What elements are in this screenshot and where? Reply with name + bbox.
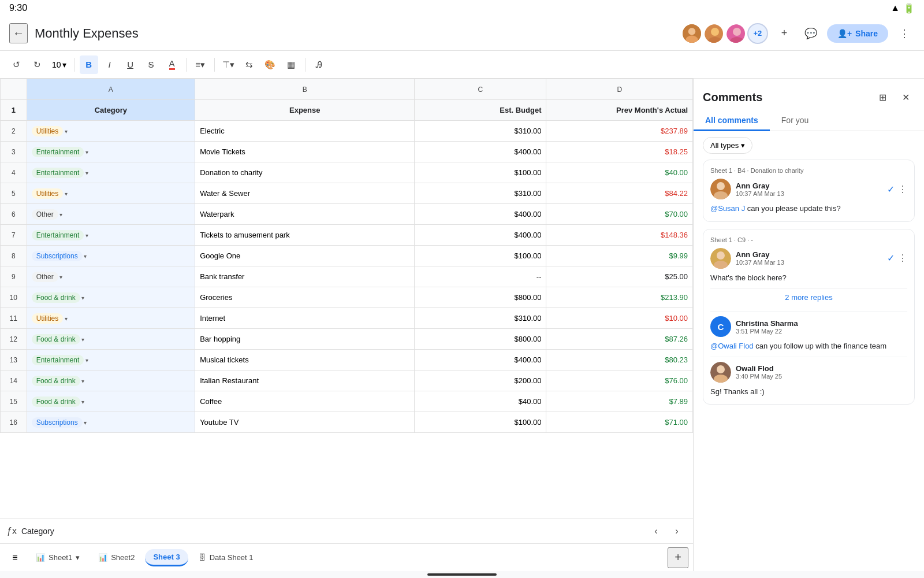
expense-cell[interactable]: Google One [195, 246, 415, 266]
expense-cell[interactable]: Electric [195, 121, 415, 142]
actual-cell[interactable]: $40.00 [546, 162, 693, 183]
comment-icon-button[interactable]: 💬 [800, 23, 821, 44]
add-sheet-button[interactable]: + [668, 547, 688, 568]
avatar-3[interactable] [725, 23, 746, 44]
expense-header[interactable]: Expense [195, 100, 415, 121]
category-cell[interactable]: Subscriptions ▾ [27, 412, 195, 433]
font-size-selector[interactable]: 10 ▾ [49, 58, 70, 72]
category-cell[interactable]: Utilities ▾ [27, 308, 195, 329]
bold-button[interactable]: B [80, 55, 98, 74]
actual-cell[interactable]: $213.90 [546, 287, 693, 308]
text-format-button[interactable]: Ꭿ [310, 55, 329, 74]
more-options-button[interactable]: ⋮ [894, 23, 915, 44]
budget-header[interactable]: Est. Budget [415, 100, 546, 121]
budget-cell[interactable]: $200.00 [415, 370, 546, 391]
formula-input[interactable] [21, 527, 642, 536]
expense-cell[interactable]: Bar hopping [195, 329, 415, 350]
valign-button[interactable]: ⊤▾ [219, 55, 238, 74]
strikethrough-button[interactable]: S [142, 55, 161, 74]
expense-cell[interactable]: Musical tickets [195, 350, 415, 370]
category-cell[interactable]: Entertainment ▾ [27, 225, 195, 246]
category-header[interactable]: Category [27, 100, 195, 121]
sheets-menu-button[interactable]: ≡ [5, 547, 25, 568]
fill-color-button[interactable]: 🎨 [261, 55, 280, 74]
expense-cell[interactable]: Waterpark [195, 204, 415, 225]
filter-button[interactable]: All types ▾ [703, 137, 752, 154]
category-cell[interactable]: Entertainment ▾ [27, 350, 195, 370]
col-a-header[interactable]: A [27, 79, 195, 100]
category-cell[interactable]: Food & drink ▾ [27, 370, 195, 391]
category-cell[interactable]: Utilities ▾ [27, 183, 195, 204]
actual-cell[interactable]: $148.36 [546, 225, 693, 246]
sheet-tab-sheet1[interactable]: 📊 Sheet1 ▾ [28, 550, 88, 565]
col-b-header[interactable]: B [195, 79, 415, 100]
add-comment-button[interactable]: ⊞ [873, 88, 892, 106]
category-cell[interactable]: Entertainment ▾ [27, 162, 195, 183]
budget-cell[interactable]: $400.00 [415, 225, 546, 246]
col-c-header[interactable]: C [415, 79, 546, 100]
budget-cell[interactable]: $310.00 [415, 308, 546, 329]
comment-mention[interactable]: @Susan J [710, 204, 745, 213]
expense-cell[interactable]: Water & Sewer [195, 183, 415, 204]
avatar-2[interactable] [703, 23, 724, 44]
redo-button[interactable]: ↻ [28, 55, 46, 74]
resolve-check-icon[interactable]: ✓ [887, 184, 895, 195]
actual-cell[interactable]: $7.89 [546, 391, 693, 412]
category-cell[interactable]: Food & drink ▾ [27, 287, 195, 308]
actual-cell[interactable]: $84.22 [546, 183, 693, 204]
category-cell[interactable]: Utilities ▾ [27, 121, 195, 142]
avatar-1[interactable] [681, 23, 702, 44]
formula-prev-button[interactable]: ‹ [647, 522, 665, 540]
expense-cell[interactable]: Italian Restaurant [195, 370, 415, 391]
sheet-tab-datasheet1[interactable]: 🗄 Data Sheet 1 [191, 550, 262, 565]
add-collaborator-button[interactable]: + [774, 23, 795, 44]
spreadsheet-table-wrapper[interactable]: A B C D 1 Category Expense Est. Budget P… [0, 79, 693, 518]
actual-cell[interactable]: $25.00 [546, 266, 693, 287]
budget-cell[interactable]: $40.00 [415, 391, 546, 412]
align-button[interactable]: ≡▾ [191, 55, 210, 74]
formula-next-button[interactable]: › [668, 522, 686, 540]
expense-cell[interactable]: Internet [195, 308, 415, 329]
comments-list[interactable]: Sheet 1 · B4 · Donation to charityAnn Gr… [694, 160, 924, 571]
actual-cell[interactable]: $87.26 [546, 329, 693, 350]
underline-button[interactable]: U [121, 55, 140, 74]
actual-cell[interactable]: $76.00 [546, 370, 693, 391]
expense-cell[interactable]: Coffee [195, 391, 415, 412]
budget-cell[interactable]: $100.00 [415, 246, 546, 266]
actual-cell[interactable]: $80.23 [546, 350, 693, 370]
more-replies-button[interactable]: 2 more replies [710, 288, 907, 306]
borders-button[interactable]: ▦ [282, 55, 300, 74]
undo-button[interactable]: ↺ [7, 55, 25, 74]
budget-cell[interactable]: $100.00 [415, 162, 546, 183]
avatar-count[interactable]: +2 [747, 23, 768, 44]
expense-cell[interactable]: Donation to charity [195, 162, 415, 183]
col-d-header[interactable]: D [546, 79, 693, 100]
back-button[interactable]: ← [9, 23, 28, 43]
budget-cell[interactable]: $400.00 [415, 204, 546, 225]
sheet-tab-sheet2[interactable]: 📊 Sheet2 [90, 550, 143, 565]
budget-cell[interactable]: $100.00 [415, 412, 546, 433]
comment-more-icon[interactable]: ⋮ [898, 253, 907, 264]
budget-cell[interactable]: $800.00 [415, 329, 546, 350]
expense-cell[interactable]: Tickets to amusement park [195, 225, 415, 246]
budget-cell[interactable]: $310.00 [415, 183, 546, 204]
category-cell[interactable]: Entertainment ▾ [27, 142, 195, 162]
close-comments-button[interactable]: ✕ [896, 88, 915, 106]
budget-cell[interactable]: $400.00 [415, 142, 546, 162]
category-cell[interactable]: Other ▾ [27, 204, 195, 225]
budget-cell[interactable]: -- [415, 266, 546, 287]
actual-cell[interactable]: $18.25 [546, 142, 693, 162]
comment-more-icon[interactable]: ⋮ [898, 184, 907, 195]
font-color-button[interactable]: A [163, 55, 181, 74]
expense-cell[interactable]: Bank transfer [195, 266, 415, 287]
tab-for-you[interactable]: For you [770, 111, 820, 131]
expense-cell[interactable]: Groceries [195, 287, 415, 308]
category-cell[interactable]: Subscriptions ▾ [27, 246, 195, 266]
budget-cell[interactable]: $400.00 [415, 350, 546, 370]
actual-cell[interactable]: $70.00 [546, 204, 693, 225]
expense-cell[interactable]: Youtube TV [195, 412, 415, 433]
sheet-tab-sheet3[interactable]: Sheet 3 [145, 549, 188, 566]
category-cell[interactable]: Other ▾ [27, 266, 195, 287]
italic-button[interactable]: I [100, 55, 119, 74]
category-cell[interactable]: Food & drink ▾ [27, 391, 195, 412]
